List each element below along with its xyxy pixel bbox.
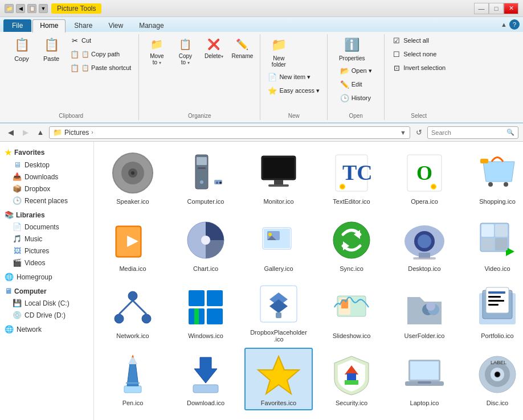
copy-path-button[interactable]: 📋 📋 Copy path bbox=[67, 48, 134, 60]
search-input[interactable] bbox=[431, 129, 506, 136]
paste-label: Paste bbox=[43, 55, 59, 62]
sidebar-item-music[interactable]: 🎵 Music bbox=[0, 233, 93, 245]
address-dropdown-button[interactable]: ▼ bbox=[400, 129, 406, 136]
minimize-button[interactable]: — bbox=[474, 3, 489, 14]
sidebar-item-homegroup[interactable]: 🌐 Homegroup bbox=[0, 271, 93, 283]
rename-button[interactable]: ✏️ Rename bbox=[229, 34, 255, 61]
delete-button[interactable]: ❌ Delete▾ bbox=[201, 34, 227, 61]
maximize-button[interactable]: □ bbox=[489, 3, 504, 14]
history-button[interactable]: 🕒 History bbox=[337, 92, 374, 104]
select-buttons: ☑ Select all ☐ Select none ⊡ Invert sele… bbox=[389, 34, 448, 82]
forward-button[interactable]: ▶ bbox=[19, 126, 32, 139]
tab-view[interactable]: View bbox=[101, 19, 130, 32]
select-all-button[interactable]: ☑ Select all bbox=[389, 34, 448, 47]
icon-user-folder[interactable]: UserFolder.ico bbox=[390, 281, 459, 343]
icon-label: Sync.ico bbox=[340, 265, 363, 272]
icon-sync[interactable]: Sync.ico bbox=[317, 213, 386, 276]
address-bar[interactable]: 📁 Pictures › ▼ bbox=[49, 126, 410, 139]
icon-favorites[interactable]: Favorites.ico bbox=[244, 348, 313, 410]
help-button[interactable]: ? bbox=[509, 19, 520, 30]
copy-button[interactable]: 📋 Copy bbox=[8, 34, 35, 64]
icon-text-editor[interactable]: TC TextEditor.ico bbox=[317, 146, 386, 209]
icon-windows[interactable]: Windows.ico bbox=[171, 281, 240, 343]
delete-icon: ❌ bbox=[205, 36, 222, 53]
icon-gallery[interactable]: Gallery.ico bbox=[244, 213, 313, 276]
icon-laptop[interactable]: Laptop.ico bbox=[390, 348, 459, 410]
sidebar-item-pictures[interactable]: 🖼 Pictures bbox=[0, 245, 93, 257]
tab-file[interactable]: File bbox=[3, 19, 31, 32]
sidebar-item-network[interactable]: 🌐 Network bbox=[0, 323, 93, 335]
refresh-button[interactable]: ↺ bbox=[412, 126, 425, 139]
sidebar-item-local-disk[interactable]: 💾 Local Disk (C:) bbox=[0, 297, 93, 309]
icon-shopping[interactable]: Shopping.ico bbox=[463, 146, 523, 209]
icon-video-tile[interactable]: Video.ico bbox=[463, 213, 523, 276]
title-bar: 📁 ◀ 📋 ▼ Picture Tools — □ ✕ bbox=[0, 0, 523, 17]
icon-pen[interactable]: Pen.ico bbox=[99, 348, 167, 410]
sidebar-item-desktop[interactable]: 🖥 Desktop bbox=[0, 159, 93, 171]
up-button[interactable]: ▲ bbox=[34, 126, 47, 139]
svg-rect-12 bbox=[263, 158, 294, 178]
svg-point-18 bbox=[341, 185, 344, 188]
ribbon-collapse-button[interactable]: ▲ bbox=[501, 21, 507, 28]
paste-button[interactable]: 📋 Paste bbox=[38, 34, 65, 64]
icon-chart[interactable]: Chart.ico bbox=[171, 213, 240, 276]
content-area: Speaker.ico Computer.ico bbox=[94, 142, 523, 420]
open-icon: 📂 bbox=[340, 66, 349, 75]
move-to-button[interactable]: 📁 Moveto ▾ bbox=[144, 34, 170, 67]
icon-network-conn[interactable]: Network.ico bbox=[99, 281, 167, 343]
icon-dropbox-placeholder[interactable]: DropboxPlaceholder.ico bbox=[244, 281, 313, 343]
icon-monitor[interactable]: Monitor.ico bbox=[244, 146, 313, 209]
select-group-content: ☑ Select all ☐ Select none ⊡ Invert sele… bbox=[389, 34, 448, 120]
svg-point-34 bbox=[268, 233, 272, 236]
favorites-image bbox=[256, 352, 301, 397]
sidebar-videos-label: Videos bbox=[24, 259, 45, 267]
svg-rect-45 bbox=[481, 224, 494, 237]
invert-selection-button[interactable]: ⊡ Invert selection bbox=[389, 61, 448, 74]
select-none-button[interactable]: ☐ Select none bbox=[389, 48, 448, 60]
svg-point-40 bbox=[418, 234, 431, 248]
easy-access-button[interactable]: ⭐ Easy access ▾ bbox=[265, 84, 322, 97]
search-box[interactable]: 🔍 bbox=[427, 126, 518, 139]
icon-portfolio[interactable]: Portfolio.ico bbox=[463, 281, 523, 343]
icon-download[interactable]: Download.ico bbox=[171, 348, 240, 410]
icon-security[interactable]: Security.ico bbox=[317, 348, 386, 410]
sidebar-item-videos[interactable]: 🎬 Videos bbox=[0, 257, 93, 269]
sidebar-item-dropbox[interactable]: 📦 Dropbox bbox=[0, 183, 93, 195]
video-tile-image bbox=[475, 217, 520, 263]
icon-opera[interactable]: O Opera.ico bbox=[390, 146, 459, 209]
back-icon[interactable]: ◀ bbox=[16, 4, 25, 13]
icon-media[interactable]: Media.ico bbox=[99, 213, 167, 276]
dropdown-icon[interactable]: ▼ bbox=[39, 4, 48, 13]
icon-speaker[interactable]: Speaker.ico bbox=[99, 146, 167, 209]
new-folder-button[interactable]: 📁 New folder bbox=[265, 34, 292, 69]
sidebar-item-cd-drive[interactable]: 💿 CD Drive (D:) bbox=[0, 309, 93, 321]
icon-disc[interactable]: LABEL Disc.ico bbox=[463, 348, 523, 410]
close-button[interactable]: ✕ bbox=[504, 3, 518, 14]
icon-computer-tower[interactable]: Computer.ico bbox=[171, 146, 240, 209]
new-item-button[interactable]: 📄 New item ▾ bbox=[265, 71, 322, 83]
sidebar-computer-header[interactable]: 🖥 Computer bbox=[0, 285, 93, 297]
libraries-icon: 📚 bbox=[5, 211, 14, 219]
tab-home[interactable]: Home bbox=[32, 19, 66, 33]
paste-shortcut-button[interactable]: 📋 📋 Paste shortcut bbox=[67, 61, 134, 74]
easy-access-icon: ⭐ bbox=[268, 86, 277, 95]
main: ★ Favorites 🖥 Desktop 📥 Downloads 📦 Drop… bbox=[0, 142, 523, 420]
svg-rect-48 bbox=[495, 238, 508, 250]
sidebar-item-recent[interactable]: 🕒 Recent places bbox=[0, 195, 93, 207]
copy-to-button[interactable]: 📋 Copyto ▾ bbox=[172, 34, 198, 67]
sidebar-libraries-header[interactable]: 📚 Libraries bbox=[0, 209, 93, 221]
new-group-content: 📁 New folder 📄 New item ▾ ⭐ Easy access … bbox=[265, 34, 322, 120]
properties-button[interactable]: ℹ️ Properties bbox=[337, 34, 367, 63]
open-button[interactable]: 📂 Open ▾ bbox=[337, 64, 375, 77]
tab-share[interactable]: Share bbox=[67, 19, 100, 32]
cut-button[interactable]: ✂ Cut bbox=[67, 34, 134, 47]
back-button[interactable]: ◀ bbox=[5, 126, 17, 139]
sidebar-favorites-header[interactable]: ★ Favorites bbox=[0, 146, 93, 159]
icon-slideshow[interactable]: Slideshow.ico bbox=[317, 281, 386, 343]
tab-manage[interactable]: Manage bbox=[132, 19, 171, 32]
icon-desktop-screen[interactable]: Desktop.ico bbox=[390, 213, 459, 276]
sidebar-item-downloads[interactable]: 📥 Downloads bbox=[0, 171, 93, 183]
edit-button[interactable]: ✏️ Edit bbox=[337, 78, 365, 90]
sidebar-item-documents[interactable]: 📄 Documents bbox=[0, 221, 93, 233]
svg-rect-55 bbox=[207, 290, 223, 306]
